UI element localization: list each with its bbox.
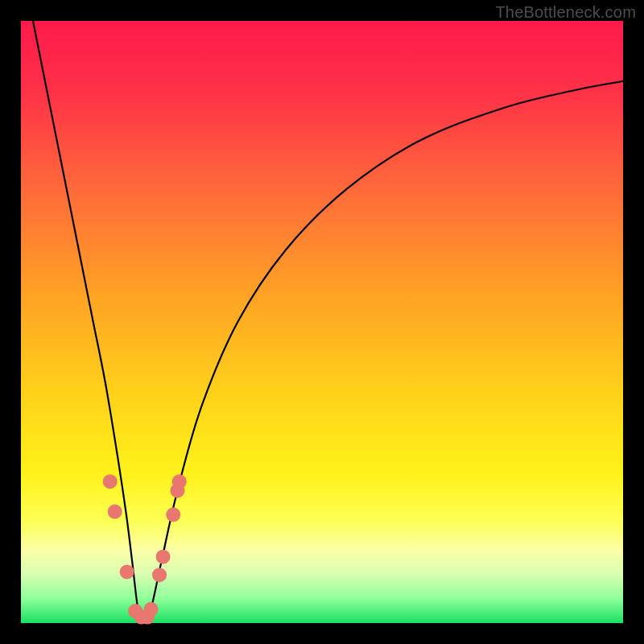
data-marker	[166, 507, 180, 522]
chart-frame: TheBottleneck.com	[0, 0, 644, 644]
data-marker	[172, 474, 187, 489]
bottleneck-curve	[33, 21, 623, 625]
data-marker	[120, 564, 134, 579]
watermark-text: TheBottleneck.com	[495, 3, 636, 22]
data-marker	[108, 505, 122, 519]
data-marker	[156, 550, 171, 564]
chart-svg	[21, 21, 623, 623]
data-marker	[152, 568, 167, 582]
data-marker	[144, 602, 159, 617]
data-marker	[103, 474, 118, 489]
